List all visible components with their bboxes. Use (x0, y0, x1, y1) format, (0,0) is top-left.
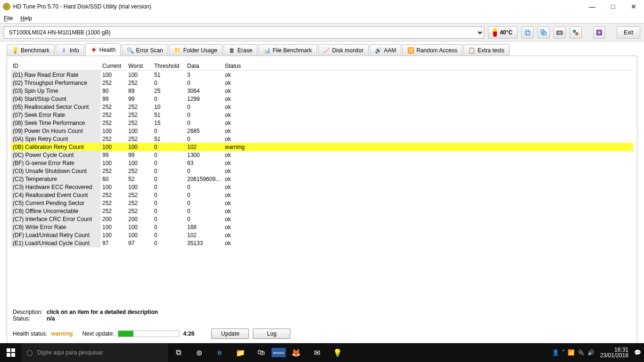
monitor-icon: 📈 (323, 47, 330, 54)
table-row[interactable]: (0A) Spin Retry Count252252510ok (11, 135, 633, 143)
options-button[interactable] (570, 26, 582, 39)
table-row[interactable]: (C6) Offline Uncorrectable25225200ok (11, 207, 633, 215)
screenshot-button[interactable] (553, 26, 566, 39)
svg-point-7 (558, 31, 561, 33)
table-row[interactable]: (C5) Current Pending Sector25225200ok (11, 199, 633, 207)
firefox-icon[interactable]: 🦊 (286, 343, 306, 362)
tray-chevron-icon[interactable]: ˄ (562, 349, 565, 356)
exit-button[interactable]: Exit (617, 26, 640, 39)
cortana-icon: ◯ (26, 349, 33, 356)
benchmark-icon: 💡 (12, 47, 18, 54)
people-icon[interactable]: 👤 (552, 349, 559, 356)
table-row[interactable]: (04) Start/Stop Count999901299ok (11, 95, 633, 103)
table-row[interactable]: (BF) G-sense Error Rate100100063ok (11, 159, 633, 167)
table-row[interactable]: (E1) Load/Unload Cycle Count9797035133ok (11, 239, 633, 247)
svg-rect-2 (526, 31, 530, 35)
cortana-mic-icon[interactable]: ⊚ (189, 343, 209, 362)
windows-taskbar: ◯ Digite aqui para pesquisar ⧉ ⊚ e 📁 🛍 l… (0, 343, 644, 362)
thermometer-icon (493, 28, 497, 37)
menu-help[interactable]: Help (20, 15, 32, 22)
svg-point-9 (576, 33, 578, 35)
col-worst[interactable]: Worst (126, 62, 152, 70)
table-row[interactable]: (0C) Power Cycle Count999901300ok (11, 151, 633, 159)
random-icon: 🔀 (407, 47, 414, 54)
scan-icon: 🔍 (127, 47, 133, 54)
col-status[interactable]: Status (223, 62, 633, 70)
taskbar-clock[interactable]: 16:31 23/01/2018 (597, 347, 631, 358)
mail-icon[interactable]: ✉ (306, 343, 327, 362)
folder-icon: 📁 (174, 47, 181, 54)
file-benchmark-icon: 📊 (264, 47, 270, 54)
taskbar-search[interactable]: ◯ Digite aqui para pesquisar (22, 343, 168, 362)
extra-icon: 📋 (469, 47, 475, 54)
temperature-display: 40°C (488, 26, 518, 39)
table-row[interactable]: (03) Spin Up Time9089253064ok (11, 87, 633, 95)
task-view-icon[interactable]: ⧉ (168, 343, 189, 362)
info-icon: i (61, 47, 67, 54)
svg-point-8 (573, 30, 576, 32)
app-logo-icon (3, 3, 10, 10)
table-row[interactable]: (C4) Reallocated Event Count25225200ok (11, 191, 633, 199)
tab-error-scan[interactable]: 🔍Error Scan (122, 44, 168, 56)
maximize-button[interactable]: □ (603, 0, 623, 13)
notifications-icon[interactable]: 💬 (634, 349, 641, 356)
table-row[interactable]: (C7) Interface CRC Error Count20020000ok (11, 215, 633, 223)
table-row[interactable]: (C0) Unsafe Shutdown Count25225200ok (11, 167, 633, 175)
copy-text-button[interactable] (521, 26, 534, 39)
description-box: Description:click on an item for a detai… (11, 308, 633, 323)
col-current[interactable]: Current (100, 62, 126, 70)
tab-benchmark[interactable]: 💡Benchmark (7, 44, 55, 56)
smart-table: ID Current Worst Threshold Data Status (… (11, 62, 633, 305)
explorer-icon[interactable]: 📁 (230, 343, 251, 362)
tab-health[interactable]: ✚Health (85, 43, 121, 56)
tab-disk-monitor[interactable]: 📈Disk monitor (318, 44, 369, 56)
health-footer: Health status: warning Next update: 4:26… (11, 328, 633, 340)
table-row[interactable]: (0B) Calibration Retry Count1001000102wa… (11, 143, 633, 151)
wifi-icon[interactable]: 📶 (568, 349, 575, 356)
battery-icon[interactable]: 🔌 (578, 349, 585, 356)
menu-file[interactable]: File (4, 15, 13, 22)
col-threshold[interactable]: Threshold (152, 62, 185, 70)
table-row[interactable]: (05) Reallocated Sector Count252252100ok (11, 103, 633, 111)
lenovo-icon[interactable]: lenovo (272, 348, 286, 357)
svg-rect-13 (7, 353, 10, 357)
table-row[interactable]: (DF) Load/Unload Retry Count1001000102ok (11, 231, 633, 239)
next-update-time: 4:26 (183, 330, 194, 337)
update-button[interactable]: Update (211, 329, 249, 339)
close-button[interactable]: ✕ (623, 0, 644, 13)
table-row[interactable]: (C3) Hardware ECC Recovered10010000ok (11, 183, 633, 191)
tab-aam[interactable]: 🔊AAM (370, 44, 401, 56)
tab-folder-usage[interactable]: 📁Folder Usage (169, 44, 223, 56)
volume-icon[interactable]: 🔊 (587, 349, 594, 356)
col-id[interactable]: ID (11, 62, 100, 70)
temperature-value: 40°C (500, 29, 512, 36)
save-button[interactable] (593, 26, 605, 39)
log-button[interactable]: Log (253, 329, 290, 339)
start-button[interactable] (0, 343, 22, 362)
table-row[interactable]: (08) Seek Time Performance252252150ok (11, 119, 633, 127)
svg-rect-12 (11, 348, 15, 352)
table-row[interactable]: (C8) Write Error Rate1001000168ok (11, 223, 633, 231)
store-icon[interactable]: 🛍 (251, 343, 272, 362)
toolbar: ST1000LM024 HN-M101MBB (1000 gB) 40°C Ex… (0, 24, 644, 41)
tab-file-benchmark[interactable]: 📊File Benchmark (258, 44, 317, 56)
tab-info[interactable]: iInfo (56, 44, 84, 56)
table-row[interactable]: (01) Raw Read Error Rate100100513ok (11, 71, 633, 79)
table-row[interactable]: (02) Throughput Performance25225200ok (11, 79, 633, 87)
tab-random-access[interactable]: 🔀Random Access (402, 44, 462, 56)
tab-extra-tests[interactable]: 📋Extra tests (463, 44, 510, 56)
health-panel: ID Current Worst Threshold Data Status (… (7, 56, 637, 344)
table-row[interactable]: (C2) Temperature60520206159609...ok (11, 175, 633, 183)
hdtune-taskbar-icon[interactable]: 💡 (327, 343, 348, 362)
device-selector[interactable]: ST1000LM024 HN-M101MBB (1000 gB) (4, 26, 484, 39)
next-update-label: Next update: (82, 330, 114, 337)
tab-erase[interactable]: 🗑Erase (223, 44, 257, 56)
table-row[interactable]: (09) Power On Hours Count10010002685ok (11, 127, 633, 135)
edge-icon[interactable]: e (209, 343, 230, 362)
svg-rect-11 (7, 348, 10, 352)
svg-rect-5 (543, 32, 546, 35)
copy-all-button[interactable] (537, 26, 550, 39)
col-data[interactable]: Data (185, 62, 223, 70)
table-row[interactable]: (07) Seek Error Rate252252510ok (11, 111, 633, 119)
minimize-button[interactable]: — (582, 0, 603, 13)
